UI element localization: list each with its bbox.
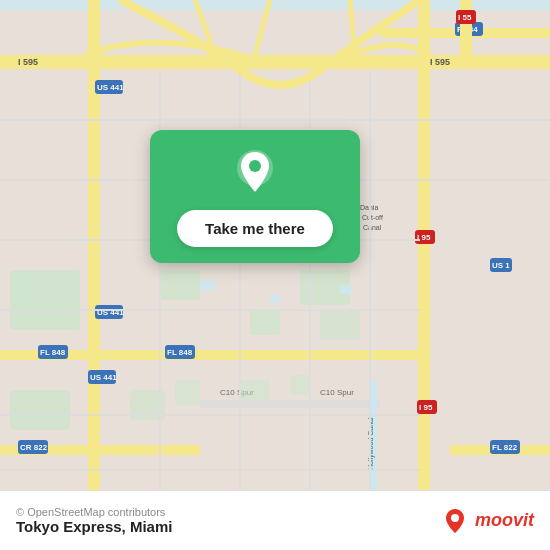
svg-rect-56 (340, 285, 352, 294)
location-name: Tokyo Express, Miami (16, 518, 172, 535)
svg-text:US 1: US 1 (492, 261, 510, 270)
map-container: I 595 I 595 US 441 US 441 US 441 I 95 I … (0, 0, 550, 490)
svg-rect-52 (240, 380, 270, 400)
svg-rect-47 (250, 310, 280, 335)
card-overlay: Take me there (150, 130, 360, 263)
svg-text:I 95: I 95 (419, 403, 433, 412)
svg-text:CR 822: CR 822 (20, 443, 48, 452)
take-me-there-button[interactable]: Take me there (177, 210, 333, 247)
svg-point-69 (451, 514, 459, 522)
moovit-logo: moovit (441, 507, 534, 535)
svg-rect-5 (88, 0, 100, 490)
svg-text:FL 848: FL 848 (167, 348, 193, 357)
svg-text:US 441: US 441 (90, 373, 117, 382)
svg-text:I 595: I 595 (18, 57, 38, 67)
svg-rect-55 (270, 295, 280, 303)
bottom-left-info: © OpenStreetMap contributors Tokyo Expre… (16, 506, 172, 535)
svg-rect-49 (10, 390, 70, 430)
osm-credit: © OpenStreetMap contributors (16, 506, 172, 518)
svg-rect-54 (200, 280, 215, 290)
svg-rect-45 (160, 270, 200, 300)
svg-text:I 595: I 595 (430, 57, 450, 67)
svg-rect-34 (200, 400, 380, 408)
svg-rect-51 (175, 380, 200, 405)
svg-text:FL 848: FL 848 (40, 348, 66, 357)
svg-rect-53 (290, 375, 310, 395)
svg-text:Cut-off: Cut-off (362, 214, 383, 221)
svg-text:Canal: Canal (363, 224, 382, 231)
bottom-bar: © OpenStreetMap contributors Tokyo Expre… (0, 490, 550, 550)
moovit-pin-icon (441, 507, 469, 535)
svg-text:C10 Spur: C10 Spur (320, 388, 354, 397)
location-pin-icon (229, 148, 281, 200)
svg-rect-44 (10, 270, 80, 330)
svg-text:FL 822: FL 822 (492, 443, 518, 452)
svg-rect-12 (418, 0, 430, 490)
svg-text:US 441: US 441 (97, 83, 124, 92)
moovit-text: moovit (475, 510, 534, 531)
svg-rect-20 (460, 0, 472, 60)
svg-point-68 (249, 160, 261, 172)
svg-rect-48 (320, 310, 360, 340)
svg-text:I 55: I 55 (458, 13, 472, 22)
